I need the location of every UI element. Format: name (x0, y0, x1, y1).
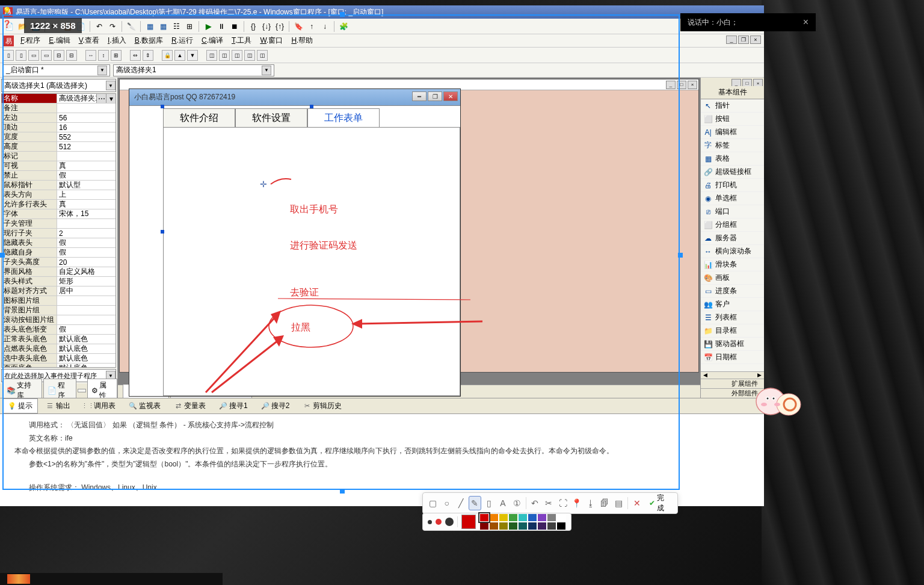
misc4-icon[interactable]: ◫ (244, 50, 255, 61)
component-item[interactable]: 🖨打印机 (701, 179, 764, 192)
rect-tool-icon[interactable]: ▢ (427, 496, 439, 510)
scissors-icon[interactable]: ✂ (543, 496, 555, 510)
scroll-right-icon[interactable]: ▶ (757, 372, 762, 379)
tab-control[interactable]: 软件介绍软件设置工作表单 ✛ 取出手机号进行验证码发送去验证拉黑 (163, 108, 460, 396)
center-v-icon[interactable]: ⊟ (66, 50, 77, 61)
color-swatch[interactable] (499, 522, 508, 530)
restore-icon[interactable]: ❐ (738, 36, 749, 44)
prop-value[interactable]: 552 (57, 132, 116, 141)
prop-value[interactable]: 高级选择夹1 (57, 94, 96, 103)
component-item[interactable]: ↔横向滚动条 (701, 245, 764, 258)
color-swatch[interactable] (547, 513, 556, 522)
window-icon[interactable]: ▦ (144, 20, 156, 32)
misc1-icon[interactable]: ◫ (206, 50, 217, 61)
lock-icon[interactable]: 🔒 (162, 50, 173, 61)
component-item[interactable]: 📁目录框 (701, 324, 764, 338)
menu-h[interactable]: H.帮助 (288, 34, 316, 48)
prop-value[interactable] (57, 219, 116, 228)
menu-c[interactable]: C.编译 (198, 34, 227, 48)
stepover-icon[interactable]: {} (247, 20, 259, 32)
left-tab[interactable]: 📚支持库 (2, 379, 42, 398)
component-item[interactable]: ⬜按钮 (701, 113, 764, 126)
prop-value[interactable]: 假 (57, 248, 116, 257)
prop-value[interactable]: 默认底色 (57, 335, 116, 344)
center-h-icon[interactable]: ⊟ (54, 50, 64, 61)
prop-value[interactable]: 20 (57, 258, 116, 267)
prop-value[interactable]: 上 (57, 190, 116, 199)
component-item[interactable]: ▭进度条 (701, 285, 764, 298)
prop-value[interactable]: 默认型 (57, 181, 116, 190)
component-item[interactable]: A|编辑框 (701, 126, 764, 139)
undo-icon[interactable]: ↶ (93, 20, 105, 32)
color-swatch[interactable] (479, 513, 489, 522)
prop-value[interactable] (57, 104, 116, 113)
prop-value[interactable] (57, 315, 116, 324)
selection-handle[interactable] (0, 253, 5, 258)
plugin-icon[interactable]: 🧩 (337, 20, 350, 32)
left-tab[interactable] (78, 389, 86, 392)
hspace-icon[interactable]: ⇔ (130, 50, 141, 61)
component-item[interactable]: 💾驱动器框 (701, 338, 764, 351)
form-tab[interactable]: 软件介绍 (163, 108, 235, 128)
color-swatch[interactable] (556, 522, 566, 530)
bookmark-icon[interactable]: 🔖 (292, 20, 304, 32)
color-swatch[interactable] (528, 513, 537, 522)
minimize-icon[interactable]: ━ (412, 91, 427, 101)
prop-value[interactable]: 假 (57, 238, 116, 247)
prop-value[interactable]: 16 (57, 123, 116, 132)
left-tab[interactable]: ⚙属性 (87, 379, 117, 398)
front-icon[interactable]: ▲ (174, 50, 185, 61)
menu-r[interactable]: R.运行 (168, 34, 197, 48)
close-icon[interactable]: × (803, 17, 808, 28)
color-swatch[interactable] (508, 522, 518, 530)
prop-value[interactable]: 默认底色 (57, 344, 116, 353)
color-swatch[interactable] (479, 522, 489, 530)
color-swatch[interactable] (556, 513, 566, 522)
color-swatch[interactable] (537, 522, 547, 530)
stepout-icon[interactable]: {↑} (274, 20, 286, 32)
crop-icon[interactable]: ⛶ (556, 496, 569, 510)
menu-f[interactable]: F.程序 (17, 34, 44, 48)
line-tool-icon[interactable]: ╱ (454, 496, 467, 510)
color-swatch[interactable] (518, 522, 528, 530)
color-swatch[interactable] (518, 513, 528, 522)
maximize-icon[interactable]: ❐ (428, 91, 442, 101)
menu-b[interactable]: B.数据库 (131, 34, 167, 48)
color-swatch[interactable] (489, 513, 499, 522)
bottom-tab[interactable]: ⇄变量表 (168, 398, 211, 413)
minimize-icon[interactable]: _ (666, 81, 676, 89)
grid-icon[interactable]: ▤ (612, 496, 625, 510)
menu-e[interactable]: E.编辑 (45, 34, 73, 48)
color-swatch[interactable] (537, 513, 547, 522)
number-tool-icon[interactable]: ① (511, 496, 523, 510)
text-tool-icon[interactable]: A (496, 496, 509, 510)
same-height-icon[interactable]: ↕ (98, 50, 109, 61)
copy-icon[interactable]: 🗐 (599, 496, 611, 510)
component-item[interactable]: 字标签 (701, 139, 764, 152)
knife-icon[interactable]: 🔪 (125, 20, 137, 32)
misc3-icon[interactable]: ◫ (232, 50, 242, 61)
bookmark-prev-icon[interactable]: ↑ (306, 20, 318, 32)
vspace-icon[interactable]: ⇕ (143, 50, 153, 61)
component-item[interactable]: 🔗超级链接框 (701, 166, 764, 179)
same-width-icon[interactable]: ↔ (85, 50, 96, 61)
menu-i[interactable]: I.插入 (104, 34, 130, 48)
property-grid[interactable]: 名称高级选择夹1⋯▾备注左边56顶边16宽度552高度512标记可视真禁止假鼠标… (1, 93, 116, 368)
align-right-icon[interactable]: ▯ (16, 50, 26, 61)
component-item[interactable]: 👥客户 (701, 298, 764, 311)
done-button[interactable]: ✔ 完成 (644, 493, 674, 513)
bottom-tab[interactable]: 🔍监视表 (123, 398, 166, 413)
prop-value[interactable]: 居中 (57, 286, 116, 296)
selection-handle[interactable] (340, 12, 345, 17)
prop-value[interactable]: 自定义风格 (57, 267, 116, 276)
prop-value[interactable]: 默认底色 (57, 354, 116, 363)
prop-value[interactable]: 矩形 (57, 277, 116, 286)
menu-v[interactable]: V.查看 (75, 34, 103, 48)
bottom-tab[interactable]: ☰输出 (40, 398, 76, 413)
bookmark-next-icon[interactable]: ↓ (319, 20, 331, 32)
circle-tool-icon[interactable]: ○ (440, 496, 453, 510)
color-swatch[interactable] (499, 513, 508, 522)
form-designer[interactable]: 小白易语言post QQ 872672419 ━ ❐ ✕ 软件介绍软件设置工作表… (129, 88, 461, 397)
component-item[interactable]: ⎚端口 (701, 205, 764, 218)
bottom-tab[interactable]: 🔎搜寻2 (256, 398, 295, 413)
